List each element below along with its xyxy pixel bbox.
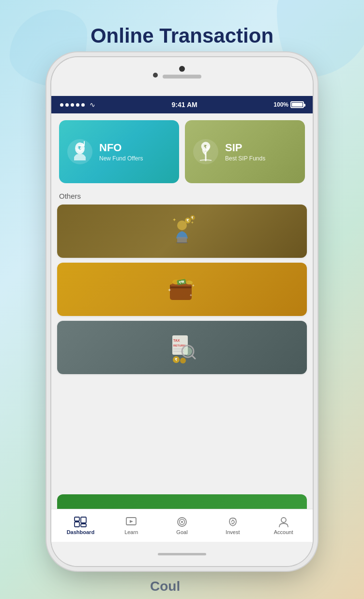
nfo-title: NFO (99, 142, 143, 154)
svg-text:✦: ✦ (192, 284, 195, 288)
svg-rect-38 (81, 517, 86, 523)
speaker (163, 75, 201, 79)
sip-title: SIP (225, 142, 265, 154)
battery-icon (290, 101, 304, 108)
investment-list: ₹ ₹ ✦ ✦ Choose Yourself All funds under … (51, 203, 313, 494)
svg-text:✦: ✦ (191, 221, 194, 225)
account-icon (277, 516, 290, 528)
svg-rect-8 (176, 242, 188, 243)
signal-dot-4 (76, 103, 79, 107)
svg-text:✦: ✦ (167, 287, 171, 293)
svg-point-35 (180, 358, 186, 363)
status-time: 9:41 AM (172, 101, 197, 109)
svg-text:₹: ₹ (78, 146, 81, 151)
nav-dashboard[interactable]: Dashboard (55, 516, 106, 535)
list-item[interactable]: ₹ ₹ ✦ ✦ Choose Yourself All funds under … (57, 205, 307, 258)
phone-top (51, 57, 313, 96)
nav-goal[interactable]: Goal (157, 516, 208, 535)
svg-marker-41 (130, 520, 133, 523)
svg-text:✦: ✦ (189, 293, 193, 298)
learn-label: Learn (124, 529, 138, 535)
wifi-icon: ∿ (90, 101, 95, 109)
status-bar: ∿ 9:41 AM 100% (51, 96, 313, 113)
signal-dot-3 (71, 103, 74, 107)
account-label: Account (274, 529, 293, 535)
nav-invest[interactable]: Invest (207, 516, 258, 535)
signal-dots: ∿ (60, 101, 95, 109)
nfo-card-icon: ₹ (67, 139, 93, 165)
others-section: Others (51, 188, 313, 203)
tax-savings-thumb: TAX RETURN ₹ (57, 321, 307, 374)
svg-rect-39 (81, 524, 86, 527)
signal-dot-1 (60, 103, 63, 107)
dashboard-icon (74, 516, 87, 528)
goal-icon (175, 516, 189, 528)
svg-point-44 (181, 521, 183, 523)
svg-point-47 (281, 518, 286, 522)
svg-rect-37 (75, 522, 79, 527)
battery-percentage: 100% (273, 101, 288, 108)
partial-text: Coul (150, 579, 180, 594)
list-item[interactable]: TAX RETURN ₹ (57, 321, 307, 374)
svg-rect-36 (75, 517, 79, 521)
sip-card-text: SIP Best SIP Funds (225, 142, 265, 162)
nfo-card-text: NFO New Fund Offers (99, 142, 143, 162)
others-label: Others (59, 192, 81, 200)
svg-rect-7 (177, 237, 187, 243)
battery-indicator: 100% (273, 101, 304, 108)
invest-label: Invest (226, 529, 240, 535)
svg-text:₹: ₹ (204, 144, 207, 149)
svg-point-31 (183, 347, 192, 356)
svg-text:TAX: TAX (173, 339, 180, 342)
invest-icon (226, 516, 240, 528)
camera-dot (179, 66, 185, 72)
front-camera (153, 73, 158, 78)
list-item[interactable]: ₹₹₹ ✦ ✦ ✦ Invest in Emergency Funds My P… (57, 263, 307, 316)
nfo-subtitle: New Fund Offers (99, 155, 143, 162)
phone-bottom (51, 542, 313, 566)
page-title: Online Transaction (91, 0, 273, 57)
phone-frame: ∿ 9:41 AM 100% (51, 57, 313, 566)
emergency-funds-thumb: ₹₹₹ ✦ ✦ ✦ (57, 263, 307, 316)
learn-icon (124, 516, 138, 528)
sip-subtitle: Best SIP Funds (225, 155, 265, 162)
nav-learn[interactable]: Learn (106, 516, 157, 535)
signal-dot-2 (65, 103, 69, 107)
goal-label: Goal (176, 529, 187, 535)
svg-line-32 (192, 356, 195, 359)
sip-card[interactable]: ₹ SIP Best SIP Funds (185, 120, 305, 183)
bottom-navigation: Dashboard Learn (51, 509, 313, 542)
home-indicator (158, 553, 206, 555)
dashboard-label: Dashboard (67, 529, 94, 535)
signal-dot-5 (81, 103, 85, 107)
screen-content: ₹ NFO New Fund Offers (51, 113, 313, 542)
svg-text:✦: ✦ (172, 217, 176, 222)
sip-card-icon: ₹ (193, 139, 219, 165)
phone-screen: ∿ 9:41 AM 100% (51, 96, 313, 542)
battery-fill (292, 103, 303, 107)
feature-cards: ₹ NFO New Fund Offers (51, 113, 313, 188)
choose-yourself-thumb: ₹ ₹ ✦ ✦ (57, 205, 307, 258)
nfo-card[interactable]: ₹ NFO New Fund Offers (59, 120, 179, 183)
partial-list-item (57, 494, 307, 509)
nav-account[interactable]: Account (258, 516, 309, 535)
